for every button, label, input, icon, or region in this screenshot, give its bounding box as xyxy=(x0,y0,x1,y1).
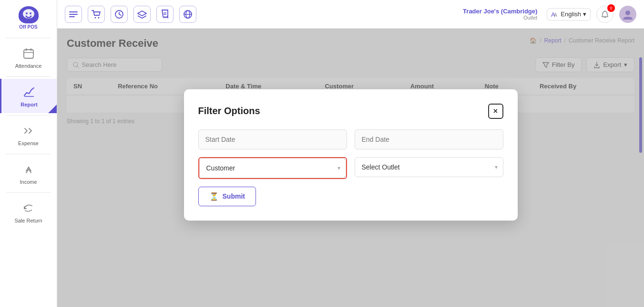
sidebar-item-sale-return[interactable]: Sale Return xyxy=(0,195,57,229)
modal-header: Filter Options × xyxy=(198,104,503,119)
content-area: 🏠 / Report / Customer Receive Report Cus… xyxy=(57,29,644,307)
clock-icon xyxy=(21,46,36,61)
notification-button[interactable]: 0 xyxy=(596,6,613,23)
store-name: Trader Joe's (Cambridge) xyxy=(463,8,537,15)
cart-nav-button[interactable] xyxy=(88,6,105,23)
modal-select-row: Customer ▾ Select Outlet ▾ xyxy=(198,157,503,179)
chart-icon xyxy=(21,85,37,100)
svg-point-1 xyxy=(26,12,28,14)
main-area: Trader Joe's (Cambridge) Outlet A A Engl… xyxy=(57,0,644,307)
expense-icon xyxy=(21,123,36,138)
layers-nav-button[interactable] xyxy=(133,6,151,23)
customer-field: Customer ▾ xyxy=(198,157,347,179)
customer-select[interactable]: Customer xyxy=(199,158,346,178)
store-info: Trader Joe's (Cambridge) Outlet xyxy=(463,8,537,21)
sale-return-icon xyxy=(21,201,36,216)
topbar: Trader Joe's (Cambridge) Outlet A A Engl… xyxy=(57,0,644,29)
start-date-input[interactable] xyxy=(198,129,347,149)
sidebar-item-attendance[interactable]: Attendance xyxy=(0,40,57,74)
notification-badge: 0 xyxy=(607,4,615,12)
svg-text:A: A xyxy=(554,12,557,18)
clock-nav-button[interactable] xyxy=(111,6,128,23)
sidebar: Off POS Attendance Report xyxy=(0,0,57,307)
modal-title: Filter Options xyxy=(198,106,260,116)
menu-toggle-button[interactable] xyxy=(65,6,82,23)
sidebar-divider-5 xyxy=(6,192,51,193)
app-name: Off POS xyxy=(19,24,37,30)
customer-select-wrap: Customer ▾ xyxy=(198,157,347,179)
filter-modal: Filter Options × xyxy=(184,89,518,221)
active-corner-mark xyxy=(48,105,57,113)
end-date-field xyxy=(355,129,503,149)
language-label: English xyxy=(561,11,581,18)
modal-overlay[interactable]: Filter Options × xyxy=(57,29,644,307)
start-date-field xyxy=(198,129,347,149)
sidebar-divider-4 xyxy=(6,154,51,154)
sidebar-item-expense[interactable]: Expense xyxy=(0,117,57,152)
store-subtitle: Outlet xyxy=(463,15,537,21)
app-logo: Off POS xyxy=(12,5,45,31)
svg-point-2 xyxy=(30,12,31,14)
sidebar-item-income[interactable]: Income xyxy=(0,156,57,191)
submit-button[interactable]: ⏳ Submit xyxy=(198,187,256,206)
outlet-select-wrap: Select Outlet ▾ xyxy=(355,157,503,177)
modal-close-button[interactable]: × xyxy=(488,104,503,119)
language-selector[interactable]: A A English ▾ xyxy=(547,8,591,21)
sidebar-label-report: Report xyxy=(20,102,37,107)
modal-date-row xyxy=(198,129,503,149)
submit-label: Submit xyxy=(223,192,245,200)
sidebar-item-report[interactable]: Report xyxy=(0,79,57,113)
svg-rect-3 xyxy=(24,50,33,58)
sidebar-label-attendance: Attendance xyxy=(15,63,42,69)
outlet-select[interactable]: Select Outlet xyxy=(355,157,503,177)
svg-point-11 xyxy=(95,17,96,18)
user-avatar[interactable] xyxy=(619,6,636,23)
close-icon: × xyxy=(493,107,498,116)
sidebar-divider-2 xyxy=(6,76,51,77)
sidebar-label-expense: Expense xyxy=(18,140,39,146)
svg-point-12 xyxy=(98,17,100,18)
svg-line-15 xyxy=(119,14,121,15)
logo-icon xyxy=(19,6,39,23)
receipt-nav-button[interactable] xyxy=(156,6,174,23)
language-chevron: ▾ xyxy=(583,11,586,18)
globe-nav-button[interactable] xyxy=(179,6,196,23)
end-date-input[interactable] xyxy=(355,129,503,149)
sidebar-label-income: Income xyxy=(20,179,37,185)
svg-point-23 xyxy=(625,11,630,15)
hourglass-icon: ⏳ xyxy=(209,192,219,201)
income-icon xyxy=(21,162,36,177)
sidebar-divider-3 xyxy=(6,115,51,116)
outlet-field: Select Outlet ▾ xyxy=(355,157,503,179)
sidebar-label-sale-return: Sale Return xyxy=(14,218,42,223)
sidebar-divider-1 xyxy=(6,38,51,38)
